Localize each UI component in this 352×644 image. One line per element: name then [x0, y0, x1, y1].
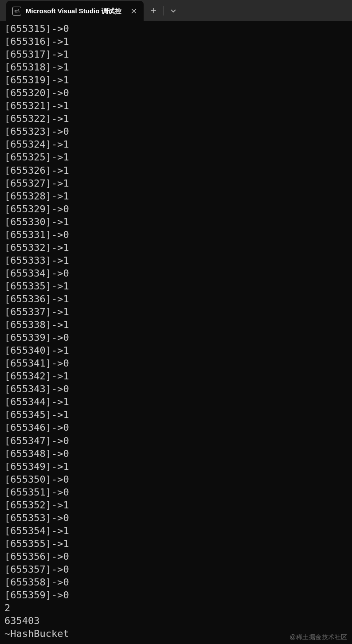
console-line: [655354]->1 — [4, 524, 348, 537]
console-line: [655337]->1 — [4, 305, 348, 318]
console-line: [655317]->1 — [4, 48, 348, 61]
close-tab-button[interactable] — [129, 6, 139, 16]
console-line: [655333]->1 — [4, 254, 348, 267]
console-line: [655343]->0 — [4, 382, 348, 395]
console-line: [655349]->1 — [4, 460, 348, 473]
tab-dropdown-button[interactable] — [164, 0, 183, 21]
console-line: [655357]->0 — [4, 563, 348, 576]
console-line: [655328]->1 — [4, 190, 348, 203]
console-line: [655324]->1 — [4, 138, 348, 151]
console-line: [655336]->1 — [4, 293, 348, 305]
console-line: [655320]->0 — [4, 86, 348, 99]
console-line: [655352]->1 — [4, 499, 348, 511]
console-line: [655346]->0 — [4, 421, 348, 434]
console-line: [655356]->0 — [4, 550, 348, 563]
console-line: [655338]->1 — [4, 318, 348, 331]
console-line: [655332]->1 — [4, 241, 348, 254]
console-line: [655353]->0 — [4, 511, 348, 524]
plus-icon — [150, 8, 156, 14]
active-tab[interactable]: C:\ Microsoft Visual Studio 调试控 — [6, 1, 144, 21]
watermark: @稀土掘金技术社区 — [289, 633, 348, 641]
console-line: [655342]->1 — [4, 370, 348, 382]
console-line: [655351]->0 — [4, 486, 348, 499]
console-line: 635403 — [4, 614, 348, 627]
console-output[interactable]: [655315]->0[655316]->1[655317]->1[655318… — [0, 21, 352, 640]
console-line: [655359]->0 — [4, 589, 348, 601]
console-line: [655335]->1 — [4, 280, 348, 293]
console-line: 2 — [4, 601, 348, 614]
console-line: [655327]->1 — [4, 177, 348, 190]
console-line: [655345]->1 — [4, 408, 348, 421]
console-line: [655316]->1 — [4, 35, 348, 48]
console-line: [655325]->1 — [4, 151, 348, 164]
console-line: [655322]->1 — [4, 112, 348, 125]
console-line: [655348]->0 — [4, 447, 348, 460]
console-line: [655344]->1 — [4, 395, 348, 408]
tab-title: Microsoft Visual Studio 调试控 — [26, 7, 121, 16]
console-line: [655340]->1 — [4, 344, 348, 357]
chevron-down-icon — [170, 8, 176, 14]
console-line: [655323]->0 — [4, 125, 348, 138]
console-line: [655350]->0 — [4, 473, 348, 486]
console-line: [655319]->1 — [4, 74, 348, 86]
console-line: [655339]->0 — [4, 331, 348, 344]
titlebar: C:\ Microsoft Visual Studio 调试控 — [0, 0, 352, 21]
close-icon — [131, 8, 137, 14]
console-line: [655321]->1 — [4, 99, 348, 112]
console-line: [655315]->0 — [4, 22, 348, 35]
console-line: [655341]->0 — [4, 357, 348, 370]
console-line: [655334]->0 — [4, 267, 348, 280]
console-line: [655347]->0 — [4, 434, 348, 447]
new-tab-button[interactable] — [144, 0, 163, 21]
console-line: [655358]->0 — [4, 576, 348, 589]
console-line: [655329]->0 — [4, 203, 348, 215]
titlebar-actions — [144, 0, 183, 21]
terminal-icon: C:\ — [12, 7, 21, 16]
console-line: [655355]->1 — [4, 537, 348, 550]
console-line: [655326]->1 — [4, 164, 348, 177]
console-line: [655331]->0 — [4, 228, 348, 241]
console-line: [655318]->1 — [4, 61, 348, 74]
console-line: [655330]->1 — [4, 215, 348, 228]
